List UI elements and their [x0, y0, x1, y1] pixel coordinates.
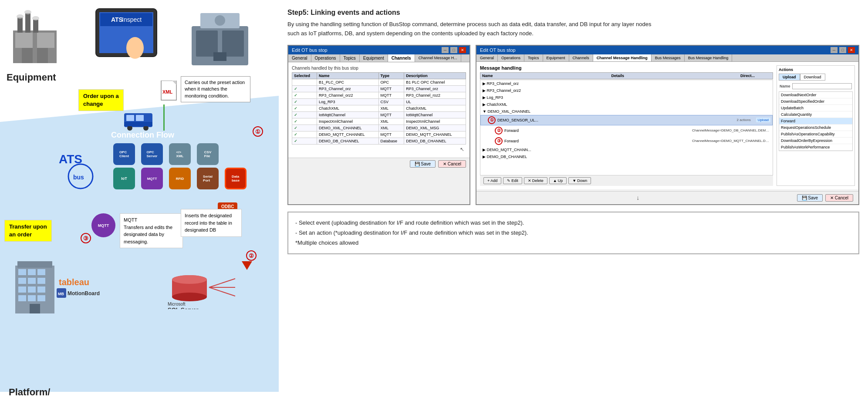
factory-icon [9, 9, 61, 65]
tree-item-log-rp3[interactable]: ▶ Log_RP3 [480, 94, 773, 101]
svg-point-8 [17, 14, 24, 19]
action-item-downloadspecifiedorder[interactable]: DownloadSpecifiedOrder [779, 98, 852, 105]
svg-text:ATS: ATS [111, 16, 123, 23]
svg-text:MB: MB [58, 292, 64, 296]
svg-rect-29 [126, 115, 134, 121]
equipment-label: Equipment [7, 72, 56, 83]
close-btn-right[interactable]: ✕ [848, 47, 855, 53]
delete-button[interactable]: ✕ Delete [524, 177, 547, 184]
action-item-publishasopscapability[interactable]: PublishAsOperationsCapability [779, 131, 852, 138]
table-row[interactable]: ✓ DEMO_XML_CHANNEL XML DEMO_XML_MSG [292, 125, 466, 131]
close-btn-left[interactable]: ✕ [459, 47, 466, 53]
table-row[interactable]: ✓ RP3_Channel_orz2 MQTT RP3_Channel_roz2 [292, 92, 466, 98]
svg-point-10 [32, 16, 39, 20]
svg-point-9 [24, 10, 31, 14]
tree-item-demo-db[interactable]: ▶ DEMO_DB_CHANNEL [480, 153, 773, 160]
window-tabs-left: General Operations Topics Equipment Chan… [288, 54, 469, 62]
order-change-balloon: Order upon a change [78, 89, 124, 111]
svg-point-59 [172, 275, 207, 284]
tree-item-forward-2[interactable]: ③ Forward ChannelMessage=DEMO_MQTT_CHANN… [480, 136, 773, 146]
tab-general-left[interactable]: General [288, 54, 311, 62]
action-item-requestopsschedule[interactable]: RequestOperationsSchedule [779, 125, 852, 131]
opc-server-icon: OPCServer [139, 143, 165, 166]
table-row[interactable]: B1_PLC_OPC OPC B1 PLC OPC Channel [292, 79, 466, 85]
svg-rect-24 [213, 52, 226, 61]
tab-channels-right[interactable]: Channels [569, 54, 593, 61]
tab-busmsghandling-right[interactable]: Bus Message Handling [685, 54, 733, 61]
save-icon-left: 💾 [415, 162, 420, 166]
action-name-input[interactable] [792, 83, 852, 89]
edit-button[interactable]: ✎ Edit [503, 177, 522, 184]
col-description: Description [404, 72, 466, 79]
down-button[interactable]: ▼ Down [568, 177, 591, 184]
cell-desc: RP3_Channel_roz2 [404, 92, 466, 98]
cell-type: XML [378, 125, 404, 131]
tab-equipment-right[interactable]: Equipment [543, 54, 569, 61]
cell-type: OPC [378, 79, 404, 85]
action-item-downloadorderbyexpr[interactable]: DownloadOrderByExpression [779, 138, 852, 144]
action-item-calculatequantity[interactable]: CalculateQuantity [779, 111, 852, 118]
mqtt-icon: MQTT [139, 168, 165, 190]
action-item-downloadnextorder[interactable]: DownloadNextOrder [779, 92, 852, 98]
tab-channelmsg-left[interactable]: Channel Message H... [415, 54, 461, 62]
table-row[interactable]: ✓ Log_RP3 CSV UL [292, 98, 466, 105]
action-item-forward[interactable]: Forward [779, 118, 852, 125]
svg-rect-42 [18, 278, 26, 284]
table-row[interactable]: ✓ InspectXmlChannel XML InspectXmlChanne… [292, 118, 466, 125]
tab-channels-left[interactable]: Channels [388, 54, 415, 62]
tree-item-forward-1[interactable]: ② Forward ChannelMessage=DEMO_DB_CHANNEL… [480, 125, 773, 136]
tab-operations-right[interactable]: Operations [498, 54, 524, 61]
tree-item-demo-xml[interactable]: ▼ DEMO_XML_CHANNEL [480, 108, 773, 115]
minimize-btn-right[interactable]: ─ [831, 47, 838, 53]
up-button[interactable]: ▲ Up [549, 177, 567, 184]
svg-rect-2 [37, 33, 54, 48]
tree-col-details: Details [611, 74, 741, 78]
tab-download-action[interactable]: Download [800, 74, 825, 81]
table-row[interactable]: ✓ DEMO_MQTT_CHANNEL MQTT DEMO_MQTT_CHANN… [292, 131, 466, 138]
window-titlebar-right: Edit OT bus stop ─ □ ✕ [476, 46, 858, 54]
action-item-publishasworkperf[interactable]: PublishAsWorkPerformance [779, 144, 852, 151]
svg-line-60 [209, 279, 235, 287]
svg-point-23 [215, 15, 225, 26]
tab-general-right[interactable]: General [476, 54, 498, 61]
red-arrow-down [242, 261, 252, 270]
minimize-btn-left[interactable]: ─ [442, 47, 449, 53]
action-item-updatebatch[interactable]: UpdateBatch [779, 105, 852, 111]
serial-port-icon: SerialPort [195, 168, 221, 190]
up-icon: ▲ [553, 179, 557, 183]
note-line-2: - Set an action (*uploading destination … [295, 228, 851, 238]
tree-item-rp3channel-orz[interactable]: ▶ RP3_Channel_orz [480, 80, 773, 87]
tab-channelmsghandling-right[interactable]: Channel Message Handling [593, 54, 652, 61]
table-row[interactable]: ✓ RP3_Channel_orz MQTT RP3_Channel_orz [292, 85, 466, 92]
cancel-button-left[interactable]: ✕ Cancel [438, 160, 466, 168]
save-button-right[interactable]: 💾 Save [797, 194, 823, 202]
tree-item-demo-sensor-ul[interactable]: ① DEMO_SENSOR_UL... 2 actions Upload [480, 115, 773, 125]
tab-operations-left[interactable]: Operations [311, 54, 340, 62]
tab-upload-action[interactable]: Upload [779, 74, 800, 81]
table-row[interactable]: ✓ IotMqttChannel MQTT IotMqttChannel [292, 111, 466, 118]
window-content-left: Channels handled by this bus stop Select… [288, 62, 469, 158]
maximize-btn-left[interactable]: □ [450, 47, 457, 53]
tree-item-chatchxml[interactable]: ▶ ChatchXML [480, 101, 773, 108]
tree-item-rp3channel-orz2[interactable]: ▶ RP3_Channel_orz2 [480, 87, 773, 94]
tree-item-demo-mqtt[interactable]: ▶ DEMO_MQTT_CHANN... [480, 146, 773, 153]
window-title-left: Edit OT bus stop [292, 47, 328, 53]
tab-topics-right[interactable]: Topics [524, 54, 543, 61]
tab-equipment-left[interactable]: Equipment [360, 54, 388, 62]
cancel-button-right[interactable]: ✕ Cancel [825, 194, 853, 202]
maximize-btn-right[interactable]: □ [839, 47, 846, 53]
table-row[interactable]: ✓ ChatchXML XML ChatchXML [292, 105, 466, 111]
save-button-left[interactable]: 💾 Save [410, 160, 436, 168]
tab-topics-left[interactable]: Topics [340, 54, 360, 62]
msg-handling-content: Message handling Name Details Direct... … [476, 62, 858, 189]
table-row[interactable]: ✓ DEMO_DB_CHANNEL Database DEMO_DB_CHANN… [292, 138, 466, 144]
svg-rect-45 [18, 286, 26, 293]
edit-busstop-left-window: Edit OT bus stop ─ □ ✕ General Operation… [287, 45, 470, 205]
tableau-area: tableau MB MotionBoard [50, 270, 146, 302]
cell-selected: ✓ [292, 138, 317, 144]
window-titlebar-left: Edit OT bus stop ─ □ ✕ [288, 46, 469, 54]
tab-busmessages-right[interactable]: Bus Messages [652, 54, 685, 61]
svg-point-58 [172, 293, 207, 301]
connection-flow-area: Connection Flow OPCClient OPCServer </>X… [111, 128, 259, 190]
add-button[interactable]: + Add [483, 177, 501, 184]
